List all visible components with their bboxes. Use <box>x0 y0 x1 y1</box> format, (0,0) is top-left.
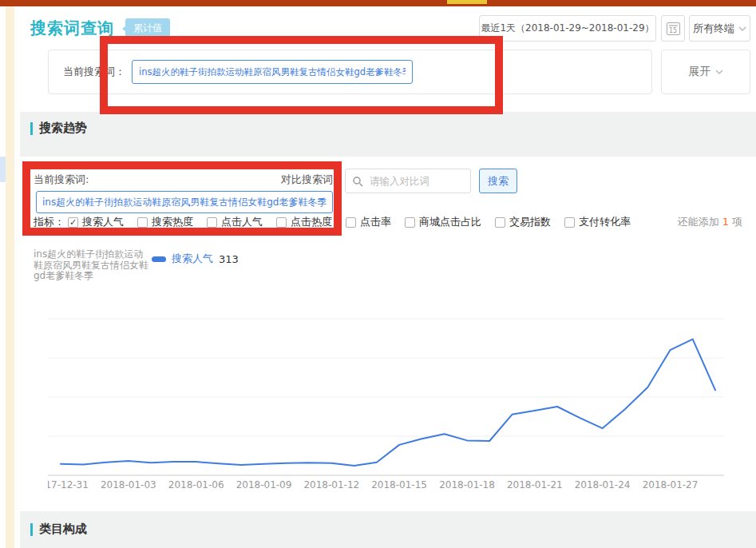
x-tick-label: 2018-01-12 <box>303 479 359 490</box>
add-more-count: 1 <box>722 216 729 228</box>
x-tick-label: 2018-01-06 <box>168 479 224 490</box>
date-range-picker[interactable]: 最近1天（2018-01-29~2018-01-29） <box>479 15 656 42</box>
left-accent-strip <box>6 6 14 548</box>
chevron-down-icon <box>738 26 746 31</box>
add-more-note: 还能添加1项 <box>678 215 742 229</box>
section-title-trend: 搜索趋势 <box>39 121 87 136</box>
x-tick-label: 2018-01-24 <box>575 479 631 490</box>
metric-label: 交易指数 <box>509 215 551 229</box>
metric-option[interactable]: 交易指数 <box>495 215 551 229</box>
x-tick-label: 2018-01-18 <box>439 479 495 490</box>
x-tick-label: 2017-12-31 <box>48 479 89 490</box>
top-loading-bar <box>0 0 756 6</box>
x-tick-label: 2018-01-21 <box>507 479 563 490</box>
legend-item[interactable]: 搜索人气 313 <box>152 252 239 266</box>
expand-button[interactable]: 展开 <box>661 50 750 94</box>
calendar-icon-day: 15 <box>669 27 677 34</box>
metric-option[interactable]: 支付转化率 <box>564 215 631 229</box>
section-band-category <box>20 511 756 548</box>
legend-term-line: 鞋原宿风男鞋复古情侣女鞋 <box>34 260 161 272</box>
search-button[interactable]: 搜索 <box>479 169 517 193</box>
add-more-suffix: 项 <box>732 216 742 228</box>
metric-label: 商城点击占比 <box>419 215 481 229</box>
annotation-rect-1 <box>100 36 503 114</box>
compare-term-input-box <box>345 169 471 193</box>
legend-line-marker <box>152 256 166 262</box>
x-tick-label: 2018-01-27 <box>643 479 699 490</box>
legend-term: ins超火的鞋子街拍款运动 鞋原宿风男鞋复古情侣女鞋 gd老爹鞋冬季 <box>34 249 161 282</box>
annotation-rect-2 <box>22 161 342 236</box>
expand-label: 展开 <box>689 65 711 79</box>
calendar-button[interactable]: 15 <box>661 15 685 42</box>
x-tick-label: 2018-01-09 <box>236 479 292 490</box>
section-header-trend: 搜索趋势 <box>30 121 87 136</box>
calendar-icon: 15 <box>667 22 680 35</box>
metric-checkbox[interactable] <box>346 217 356 228</box>
legend-metric-value: 313 <box>219 253 239 265</box>
x-tick-label: 2018-01-03 <box>101 479 156 490</box>
section-accent-bar <box>30 523 33 536</box>
metric-option[interactable]: 点击率 <box>346 215 391 229</box>
date-range-label: 最近1天（2018-01-29~2018-01-29） <box>481 22 654 35</box>
legend-term-line: ins超火的鞋子街拍款运动 <box>34 249 161 260</box>
add-more-prefix: 还能添加 <box>678 216 719 228</box>
legend-term-line: gd老爹鞋冬季 <box>34 271 161 282</box>
terminal-select[interactable]: 所有终端 <box>689 15 750 42</box>
terminal-select-label: 所有终端 <box>693 22 734 36</box>
trend-chart-svg: 2017-12-312018-01-032018-01-062018-01-09… <box>48 314 724 502</box>
metric-option[interactable]: 商城点击占比 <box>405 215 481 229</box>
metric-checkbox[interactable] <box>564 217 575 228</box>
x-tick-label: 2018-01-15 <box>371 479 427 490</box>
section-title-category: 类目构成 <box>39 522 87 537</box>
section-header-category: 类目构成 <box>30 522 87 537</box>
top-loading-bar-highlight <box>447 0 487 4</box>
metric-label: 点击率 <box>360 215 391 229</box>
search-icon <box>352 176 363 187</box>
metric-label: 支付转化率 <box>579 215 631 229</box>
page: 搜索词查询 累计值 最近1天（2018-01-29~2018-01-29） 15… <box>0 0 756 548</box>
chevron-down-icon <box>715 69 723 74</box>
sidebar-chip <box>0 157 6 182</box>
compare-term-input[interactable] <box>368 169 465 193</box>
section-band-trend <box>20 112 756 157</box>
legend-metric-label: 搜索人气 <box>172 252 213 266</box>
metric-checkbox[interactable] <box>405 217 415 228</box>
metric-checkbox[interactable] <box>495 217 505 228</box>
section-accent-bar <box>30 122 33 135</box>
